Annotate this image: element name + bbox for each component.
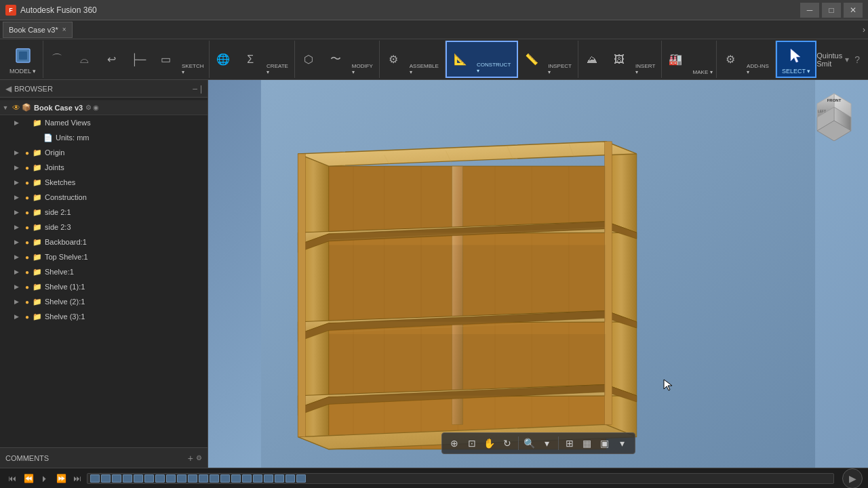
minimize-button[interactable]: ─ bbox=[800, 3, 819, 18]
browser-plus-icon[interactable]: | bbox=[200, 84, 202, 94]
tree-item-top-shelve[interactable]: ▶ ● 📁 Top Shelve:1 bbox=[0, 249, 208, 264]
user-dropdown-icon[interactable]: ▾ bbox=[845, 55, 849, 64]
vp-rotate-btn[interactable]: ↻ bbox=[499, 435, 515, 451]
sketches-eye-icon[interactable]: ● bbox=[22, 179, 33, 186]
toolbar-sketch-rect[interactable]: ▭ bbox=[152, 41, 179, 78]
tl-shape-19[interactable] bbox=[285, 474, 295, 483]
vp-zoom-drop[interactable]: ▾ bbox=[539, 435, 555, 451]
toolbar-make-label[interactable]: MAKE ▾ bbox=[689, 41, 716, 78]
tree-item-units[interactable]: 📄 Units: mm bbox=[0, 130, 208, 145]
tl-shape-8[interactable] bbox=[166, 474, 176, 483]
toolbar-modify-wave[interactable]: 〜 bbox=[322, 41, 349, 78]
tree-item-shelve-1[interactable]: ▶ ● 📁 Shelve:1 bbox=[0, 264, 208, 279]
toolbar-create-sphere[interactable]: 🌐 bbox=[210, 41, 237, 78]
shelve21-eye-icon[interactable]: ● bbox=[22, 298, 33, 306]
toolbar-modify-label[interactable]: MODIFY ▾ bbox=[349, 41, 379, 78]
timeline-first-btn[interactable]: ⏮ bbox=[5, 472, 19, 485]
tree-item-side-2-3[interactable]: ▶ ● 📁 side 2:3 bbox=[0, 220, 208, 235]
help-icon[interactable]: ? bbox=[854, 54, 860, 65]
view-cube[interactable]: FRONT LEFT bbox=[807, 87, 861, 141]
vp-display-drop[interactable]: ▾ bbox=[614, 435, 631, 451]
vp-display-btn3[interactable]: ▣ bbox=[597, 435, 613, 451]
toolbar-select[interactable]: SELECT ▾ bbox=[776, 41, 816, 78]
toolbar-sketch-arc3[interactable]: ↩ bbox=[98, 41, 125, 78]
close-button[interactable]: ✕ bbox=[844, 3, 863, 18]
joints-eye-icon[interactable]: ● bbox=[22, 164, 33, 171]
toolbar-assemble-label[interactable]: ASSEMBLE ▾ bbox=[407, 41, 445, 78]
vp-orbit-btn[interactable]: ⊡ bbox=[464, 435, 480, 451]
comments-settings-icon[interactable]: ⚙ bbox=[196, 454, 202, 462]
timeline-prev-btn[interactable]: ⏪ bbox=[22, 472, 35, 485]
timeline-play-circle[interactable]: ▶ bbox=[842, 468, 863, 489]
vp-pan-btn[interactable]: ✋ bbox=[481, 435, 498, 451]
construction-eye-icon[interactable]: ● bbox=[22, 194, 33, 201]
tl-shape-7[interactable] bbox=[155, 474, 165, 483]
toolbar-inspect-measure[interactable]: 📏 bbox=[518, 41, 545, 78]
toolbar-create-sum[interactable]: Σ bbox=[237, 41, 264, 78]
toolbar-sketch-label[interactable]: SKETCH ▾ bbox=[179, 41, 209, 78]
shelve1-eye-icon[interactable]: ● bbox=[22, 268, 33, 276]
vp-zoom-btn[interactable]: 🔍 bbox=[521, 435, 538, 451]
browser-collapse-icon[interactable]: ◀ bbox=[5, 84, 12, 94]
comments-add-button[interactable]: + bbox=[188, 453, 193, 464]
toolbar-construct-plane[interactable]: 📐 bbox=[447, 42, 474, 77]
side21-eye-icon[interactable]: ● bbox=[22, 209, 33, 216]
tl-shape-20[interactable] bbox=[296, 474, 306, 483]
toolbar-make-3d[interactable]: 🏭 bbox=[662, 41, 689, 78]
tl-shape-15[interactable] bbox=[242, 474, 252, 483]
tree-item-shelve-1-1[interactable]: ▶ ● 📁 Shelve (1):1 bbox=[0, 279, 208, 294]
timeline-track[interactable] bbox=[87, 473, 834, 484]
toolbar-construct-label[interactable]: CONSTRUCT ▾ bbox=[474, 42, 517, 77]
vp-display-btn1[interactable]: ⊞ bbox=[561, 435, 578, 451]
toolbar-insert-label[interactable]: INSERT ▾ bbox=[633, 41, 661, 78]
tree-item-origin[interactable]: ▶ ● 📁 Origin bbox=[0, 145, 208, 160]
backboard-eye-icon[interactable]: ● bbox=[22, 239, 33, 246]
toolbar-sketch-arc1[interactable]: ⌒ bbox=[43, 41, 71, 78]
tl-shape-16[interactable] bbox=[253, 474, 262, 483]
tl-shape-3[interactable] bbox=[112, 474, 121, 483]
origin-eye-icon[interactable]: ● bbox=[22, 149, 33, 157]
browser-minus-icon[interactable]: – bbox=[193, 84, 197, 94]
toolbar-model[interactable]: MODEL ▾ bbox=[3, 41, 43, 78]
toolbar-sketch-arc2[interactable]: ⌓ bbox=[71, 41, 98, 78]
root-expand-icon[interactable]: ▼ bbox=[0, 104, 11, 111]
tree-item-shelve-3-1[interactable]: ▶ ● 📁 Shelve (3):1 bbox=[0, 309, 208, 324]
tl-shape-17[interactable] bbox=[264, 474, 273, 483]
topshelve-eye-icon[interactable]: ● bbox=[22, 253, 33, 261]
tree-item-shelve-2-1[interactable]: ▶ ● 📁 Shelve (2):1 bbox=[0, 294, 208, 309]
tab-close-button[interactable]: × bbox=[62, 26, 66, 33]
toolbar-create-label[interactable]: CREATE ▾ bbox=[264, 41, 294, 78]
toolbar-sketch-line[interactable]: ├─ bbox=[125, 41, 152, 78]
tree-item-joints[interactable]: ▶ ● 📁 Joints bbox=[0, 160, 208, 175]
tl-shape-1[interactable] bbox=[90, 474, 100, 483]
document-tab[interactable]: Book Case v3* × bbox=[3, 22, 73, 38]
timeline-next-btn[interactable]: ⏩ bbox=[54, 472, 68, 485]
tree-item-construction[interactable]: ▶ ● 📁 Construction bbox=[0, 190, 208, 205]
root-eye-icon[interactable]: 👁 bbox=[11, 103, 22, 113]
timeline-play-btn[interactable]: ⏵ bbox=[38, 472, 52, 485]
tree-root[interactable]: ▼ 👁 📦 Book Case v3 ⚙ ◉ bbox=[0, 100, 208, 115]
tree-item-side-2-1[interactable]: ▶ ● 📁 side 2:1 bbox=[0, 205, 208, 220]
tl-shape-18[interactable] bbox=[275, 474, 284, 483]
side23-eye-icon[interactable]: ● bbox=[22, 224, 33, 231]
vp-display-btn2[interactable]: ▦ bbox=[579, 435, 595, 451]
tl-shape-6[interactable] bbox=[144, 474, 154, 483]
toolbar-addins-gear[interactable]: ⚙ bbox=[717, 41, 744, 78]
toolbar-modify-extrude[interactable]: ⬡ bbox=[295, 41, 322, 78]
toolbar-insert-image[interactable]: 🖼 bbox=[606, 41, 633, 78]
user-name[interactable]: Quintus Smit bbox=[816, 52, 842, 68]
tl-shape-2[interactable] bbox=[101, 474, 111, 483]
tl-shape-13[interactable] bbox=[220, 474, 230, 483]
tl-shape-12[interactable] bbox=[210, 474, 219, 483]
tl-shape-9[interactable] bbox=[177, 474, 186, 483]
tl-shape-11[interactable] bbox=[199, 474, 208, 483]
shelve31-eye-icon[interactable]: ● bbox=[22, 313, 33, 321]
viewport[interactable]: FRONT LEFT ⊕ ⊡ ✋ ↻ 🔍 ▾ ⊞ ▦ ▣ ▾ bbox=[208, 80, 868, 468]
shelve11-eye-icon[interactable]: ● bbox=[22, 283, 33, 291]
tl-shape-4[interactable] bbox=[123, 474, 132, 483]
timeline-last-btn[interactable]: ⏭ bbox=[71, 472, 84, 485]
vp-fit-btn[interactable]: ⊕ bbox=[446, 435, 462, 451]
root-settings-icon[interactable]: ⚙ bbox=[85, 104, 92, 111]
toolbar-assemble-joint[interactable]: ⚙ bbox=[380, 41, 407, 78]
maximize-button[interactable]: □ bbox=[822, 3, 841, 18]
